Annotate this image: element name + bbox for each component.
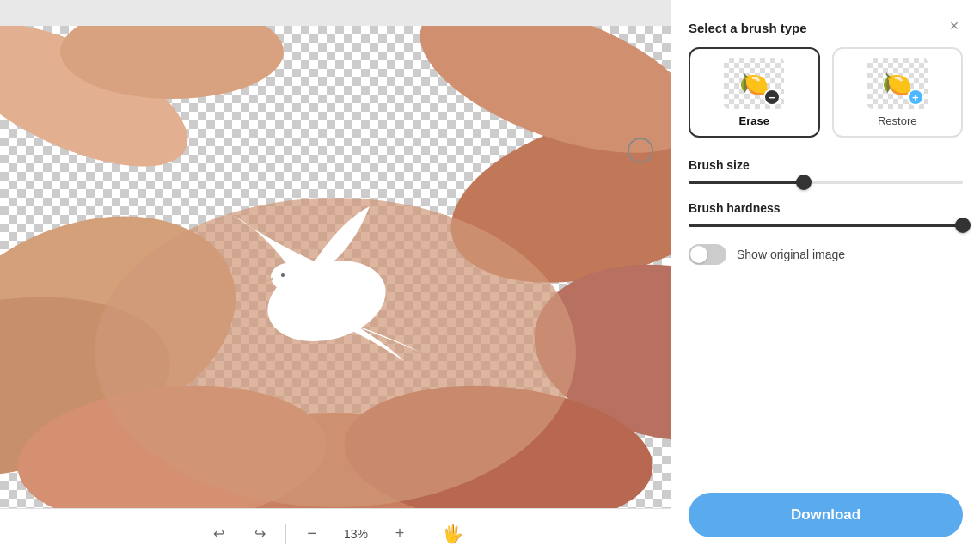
spacer xyxy=(689,285,963,493)
toggle-knob xyxy=(690,246,707,263)
brush-size-fill xyxy=(689,181,804,184)
redo-button[interactable]: ↪ xyxy=(244,518,275,549)
brush-type-selector: 🍋 − Erase 🍋 + Restore xyxy=(689,47,963,138)
right-panel: × Select a brush type 🍋 − Erase 🍋 + Rest… xyxy=(671,0,980,558)
close-icon: × xyxy=(950,17,959,35)
brush-hardness-section: Brush hardness xyxy=(689,201,963,227)
zoom-level-display: 13% xyxy=(338,527,374,541)
svg-point-12 xyxy=(271,263,305,291)
zoom-in-button[interactable]: + xyxy=(384,518,415,549)
image-content xyxy=(0,26,671,533)
brush-hardness-fill xyxy=(689,224,963,227)
brush-hardness-thumb[interactable] xyxy=(955,218,971,233)
show-original-label: Show original image xyxy=(737,248,845,261)
zoom-out-button[interactable]: − xyxy=(297,518,328,549)
show-original-row: Show original image xyxy=(689,244,963,265)
erase-badge: − xyxy=(763,89,781,106)
zoom-out-icon: − xyxy=(307,524,317,543)
show-original-toggle[interactable] xyxy=(689,244,726,265)
undo-button[interactable]: ↩ xyxy=(203,518,234,549)
restore-label: Restore xyxy=(878,114,917,127)
toolbar: ↩ ↪ − 13% + 🖐 xyxy=(0,508,671,558)
redo-icon: ↪ xyxy=(254,525,266,542)
editor-panel: ↩ ↪ − 13% + 🖐 xyxy=(0,0,671,558)
close-button[interactable]: × xyxy=(942,14,966,38)
brush-size-thumb[interactable] xyxy=(796,175,812,190)
erase-label: Erase xyxy=(739,114,769,127)
hand-tool-button[interactable]: 🖐 xyxy=(437,518,468,549)
brush-hardness-slider[interactable] xyxy=(689,224,963,227)
undo-icon: ↩ xyxy=(213,525,224,542)
download-button[interactable]: Download xyxy=(689,493,963,537)
svg-point-13 xyxy=(281,273,285,277)
brush-size-label: Brush size xyxy=(689,158,963,172)
erase-brush-card[interactable]: 🍋 − Erase xyxy=(689,47,820,138)
canvas-area[interactable] xyxy=(0,26,671,533)
restore-brush-card[interactable]: 🍋 + Restore xyxy=(832,47,964,138)
erase-brush-icon: 🍋 − xyxy=(724,58,784,109)
brush-size-section: Brush size xyxy=(689,158,963,184)
hand-icon: 🖐 xyxy=(442,524,463,544)
brush-size-slider[interactable] xyxy=(689,181,963,184)
zoom-in-icon: + xyxy=(395,524,405,543)
restore-brush-icon: 🍋 + xyxy=(867,58,928,109)
toolbar-divider-1 xyxy=(285,524,286,544)
restore-badge: + xyxy=(907,89,924,106)
brush-type-title: Select a brush type xyxy=(689,21,963,35)
toolbar-divider-2 xyxy=(426,524,426,544)
brush-hardness-label: Brush hardness xyxy=(689,201,963,215)
